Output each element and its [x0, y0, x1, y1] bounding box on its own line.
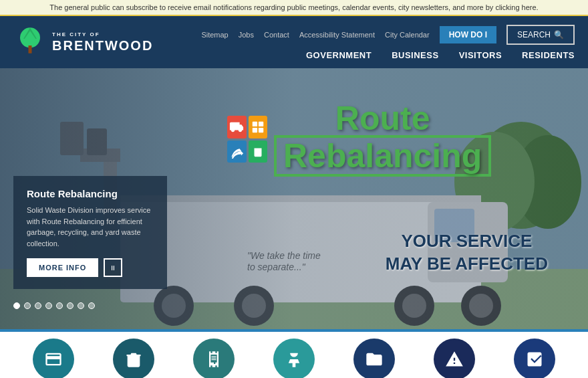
dot-5[interactable]	[56, 302, 63, 309]
rebalancing-title: Rebalancing	[274, 135, 491, 177]
route-title: Route	[274, 102, 491, 135]
dot-8[interactable]	[88, 302, 95, 309]
slide-controls: MORE INFO ⏸	[27, 258, 154, 277]
top-nav: Sitemap Jobs Contact Accessibility State…	[201, 25, 575, 60]
svg-rect-27	[253, 122, 257, 126]
search-icon: 🔍	[554, 30, 564, 39]
service-line2: MAY BE AFFECTED	[386, 253, 548, 276]
trash-icon	[124, 350, 143, 369]
how-do-i-button[interactable]: HOW DO I	[440, 26, 496, 43]
jobs-link[interactable]: Jobs	[239, 31, 254, 39]
agendas-icon-circle	[193, 339, 235, 378]
slide-content: Route Rebalancing Solid Waste Division i…	[13, 176, 167, 289]
connect-icon-circle	[434, 339, 475, 378]
city-calendar-link[interactable]: City Calendar	[385, 31, 430, 39]
svg-rect-28	[259, 122, 263, 126]
dot-1[interactable]	[13, 302, 20, 309]
slideshow-dots	[13, 302, 95, 309]
nav-visitors[interactable]: VISITORS	[459, 50, 502, 60]
route-logo: Route Rebalancing	[227, 102, 491, 177]
svg-rect-1	[29, 45, 32, 54]
svg-rect-31	[212, 356, 216, 357]
header: The City of BRENTWOOD Sitemap Jobs Conta…	[0, 16, 588, 68]
logo-city-name: BRENTWOOD	[52, 37, 153, 54]
parks-icon-circle	[273, 339, 315, 378]
development-icon-circle	[514, 339, 555, 378]
nav-business[interactable]: BUSINESS	[392, 50, 438, 60]
search-label: SEARCH	[517, 30, 551, 39]
quick-link-strategic-plan[interactable]: Strategic Plan	[337, 339, 411, 378]
quick-link-parks[interactable]: Parks andRecreation	[257, 339, 331, 378]
folder-icon	[365, 350, 384, 369]
quick-link-route-rebalancing[interactable]: RouteRebalancing	[97, 339, 170, 378]
credit-card-icon	[44, 350, 63, 369]
notification-text: The general public can subscribe to rece…	[49, 3, 538, 11]
tree-icon	[285, 350, 303, 369]
notebook-icon	[204, 350, 223, 369]
route-rebalancing-icon-circle	[113, 339, 154, 378]
slide-title: Route Rebalancing	[27, 188, 154, 199]
contact-link[interactable]: Contact	[264, 31, 289, 39]
dot-2[interactable]	[24, 302, 31, 309]
sitemap-link[interactable]: Sitemap	[201, 31, 228, 39]
svg-rect-30	[259, 128, 263, 132]
top-nav-links: Sitemap Jobs Contact Accessibility State…	[201, 25, 575, 45]
dot-4[interactable]	[45, 302, 52, 309]
strategic-plan-icon-circle	[353, 339, 395, 378]
quick-link-utility-billing[interactable]: Utility Billing	[17, 339, 90, 378]
utility-billing-icon-circle	[33, 339, 74, 378]
checklist-icon	[525, 350, 544, 369]
logo-city-line: The City of	[52, 31, 100, 37]
quick-links-bar: Utility Billing RouteRebalancing Agendas…	[0, 329, 588, 378]
dot-7[interactable]	[78, 302, 84, 309]
svg-rect-32	[212, 358, 216, 359]
slide-description: Solid Waste Division improves service wi…	[27, 205, 154, 249]
nav-residents[interactable]: RESIDENTS	[522, 50, 575, 60]
pause-button[interactable]: ⏸	[104, 258, 122, 277]
accessibility-link[interactable]: Accessibility Statement	[299, 31, 375, 39]
service-affected-text: YOUR SERVICE MAY BE AFFECTED	[386, 230, 548, 276]
nav-government[interactable]: GOVERNMENT	[306, 50, 372, 60]
search-button[interactable]: SEARCH 🔍	[506, 25, 575, 45]
dot-6[interactable]	[67, 302, 74, 309]
service-line1: YOUR SERVICE	[386, 230, 548, 253]
more-info-button[interactable]: MORE INFO	[27, 258, 98, 277]
quick-link-connect[interactable]: BrentwoodConnect 24/7	[418, 339, 491, 378]
main-nav: GOVERNMENT BUSINESS VISITORS RESIDENTS	[306, 50, 575, 60]
warning-icon	[445, 350, 464, 369]
dot-3[interactable]	[35, 302, 41, 309]
logo-tree-icon	[13, 25, 47, 59]
quick-link-development[interactable]: DevelopmentProjects	[498, 339, 571, 378]
svg-rect-33	[212, 359, 216, 360]
svg-rect-29	[253, 128, 257, 132]
quick-link-agendas[interactable]: Agendas	[177, 339, 251, 378]
hero: "We take the time to separate..."	[0, 68, 588, 329]
logo-text: The City of BRENTWOOD	[52, 31, 153, 54]
logo-area[interactable]: The City of BRENTWOOD	[13, 25, 153, 59]
notification-bar: The general public can subscribe to rece…	[0, 0, 588, 16]
